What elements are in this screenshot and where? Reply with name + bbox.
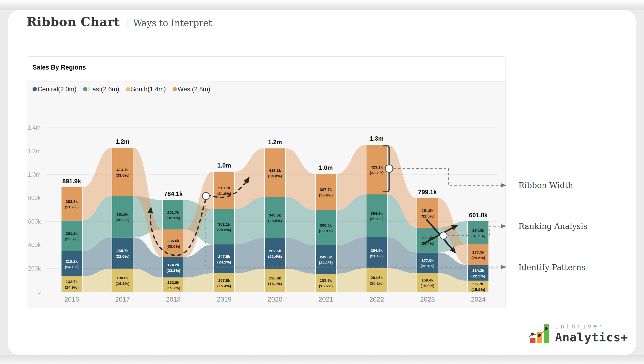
logo-icon: [529, 322, 549, 344]
logo-text: inforiver Analytics+: [555, 323, 628, 344]
chart-card: Sales By Regions Central(2.0m) East(2.6m…: [27, 56, 506, 308]
chart-legend: Central(2.0m) East(2.6m) South(1.4m) Wes…: [33, 86, 210, 93]
annotation-ranking-analysis: Ranking Analysis: [518, 222, 587, 231]
page-top-strip: [0, 0, 644, 10]
page-title-subtitle: Ways to Interpret: [133, 18, 212, 28]
annotation-ribbon-width: Ribbon Width: [518, 181, 573, 190]
page-title: Ribbon Chart | Ways to Interpret: [27, 15, 212, 29]
page-title-main: Ribbon Chart: [27, 15, 120, 29]
legend-item-east[interactable]: East(2.6m): [83, 86, 119, 93]
legend-item-south[interactable]: South(1.4m): [126, 86, 166, 93]
legend-item-central[interactable]: Central(2.0m): [33, 86, 76, 93]
page: { "header": { "title": "Ribbon Chart", "…: [0, 0, 644, 364]
logo-brand: inforiver: [555, 323, 628, 329]
legend-label-east: East(2.6m): [88, 86, 119, 93]
legend-dot-west-icon: [173, 87, 177, 91]
logo-product: Analytics+: [555, 332, 628, 343]
legend-item-west[interactable]: West(2.8m): [173, 86, 210, 93]
legend-dot-east-icon: [83, 87, 87, 91]
legend-label-central: Central(2.0m): [38, 86, 76, 93]
brand-logo: inforiver Analytics+: [529, 322, 628, 344]
chart-card-title: Sales By Regions: [33, 64, 86, 71]
title-divider: |: [127, 18, 130, 28]
page-bottom-strip: [0, 355, 644, 364]
annotation-identify-patterns: Identify Patterns: [518, 263, 586, 272]
legend-dot-central-icon: [33, 87, 37, 91]
chart-panel: Central(2.0m) East(2.6m) South(1.4m) Wes…: [27, 81, 505, 308]
chart-card-header: Sales By Regions: [27, 57, 505, 81]
legend-dot-south-icon: [126, 87, 130, 91]
legend-label-west: West(2.8m): [178, 86, 210, 93]
legend-label-south: South(1.4m): [131, 86, 166, 93]
